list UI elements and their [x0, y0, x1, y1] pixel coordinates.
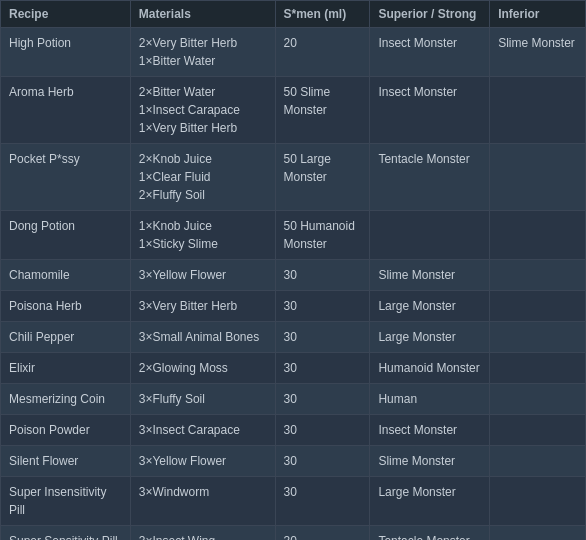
- cell-recipe: Chili Pepper: [1, 322, 131, 353]
- cell-superior: Slime Monster: [370, 446, 490, 477]
- cell-inferior: [490, 415, 586, 446]
- cell-materials: 3×Small Animal Bones: [130, 322, 275, 353]
- cell-semen: 50 Slime Monster: [275, 77, 370, 144]
- table-row: Poisona Herb3×Very Bitter Herb30Large Mo…: [1, 291, 586, 322]
- cell-materials: 3×Very Bitter Herb: [130, 291, 275, 322]
- cell-inferior: [490, 384, 586, 415]
- cell-semen: 30: [275, 384, 370, 415]
- cell-materials: 3×Fluffy Soil: [130, 384, 275, 415]
- cell-superior: Insect Monster: [370, 415, 490, 446]
- cell-semen: 30: [275, 477, 370, 526]
- cell-materials: 2×Knob Juice1×Clear Fluid2×Fluffy Soil: [130, 144, 275, 211]
- cell-inferior: [490, 144, 586, 211]
- cell-recipe: Super Insensitivity Pill: [1, 477, 131, 526]
- cell-superior: Human: [370, 384, 490, 415]
- table-row: High Potion2×Very Bitter Herb1×Bitter Wa…: [1, 28, 586, 77]
- cell-inferior: [490, 477, 586, 526]
- cell-recipe: Pocket P*ssy: [1, 144, 131, 211]
- cell-semen: 30: [275, 415, 370, 446]
- cell-recipe: Mesmerizing Coin: [1, 384, 131, 415]
- cell-semen: 30: [275, 322, 370, 353]
- table-row: Silent Flower3×Yellow Flower30Slime Mons…: [1, 446, 586, 477]
- cell-superior: [370, 211, 490, 260]
- cell-recipe: Silent Flower: [1, 446, 131, 477]
- cell-recipe: Super Sensitivity Pill: [1, 526, 131, 541]
- cell-materials: 2×Bitter Water1×Insect Carapace1×Very Bi…: [130, 77, 275, 144]
- cell-materials: 3×Yellow Flower: [130, 260, 275, 291]
- cell-superior: Large Monster: [370, 291, 490, 322]
- col-header-inferior: Inferior: [490, 1, 586, 28]
- col-header-s-men--ml-: S*men (ml): [275, 1, 370, 28]
- cell-recipe: Elixir: [1, 353, 131, 384]
- recipe-table: RecipeMaterialsS*men (ml)Superior / Stro…: [0, 0, 586, 540]
- table-row: Elixir2×Glowing Moss30Humanoid Monster: [1, 353, 586, 384]
- cell-semen: 30: [275, 260, 370, 291]
- cell-superior: Tentacle Monster: [370, 144, 490, 211]
- table-row: Dong Potion1×Knob Juice1×Sticky Slime50 …: [1, 211, 586, 260]
- cell-superior: Tentacle Monster: [370, 526, 490, 541]
- cell-superior: Insect Monster: [370, 28, 490, 77]
- cell-inferior: [490, 446, 586, 477]
- cell-materials: 2×Very Bitter Herb1×Bitter Water: [130, 28, 275, 77]
- col-header-superior---strong: Superior / Strong: [370, 1, 490, 28]
- cell-semen: 30: [275, 446, 370, 477]
- col-header-recipe: Recipe: [1, 1, 131, 28]
- table-row: Chamomile3×Yellow Flower30Slime Monster: [1, 260, 586, 291]
- cell-inferior: [490, 322, 586, 353]
- cell-semen: 50 Large Monster: [275, 144, 370, 211]
- cell-semen: 20: [275, 28, 370, 77]
- table-row: Mesmerizing Coin3×Fluffy Soil30Human: [1, 384, 586, 415]
- cell-materials: 1×Knob Juice1×Sticky Slime: [130, 211, 275, 260]
- table-row: Pocket P*ssy2×Knob Juice1×Clear Fluid2×F…: [1, 144, 586, 211]
- cell-semen: 30: [275, 291, 370, 322]
- cell-recipe: High Potion: [1, 28, 131, 77]
- cell-materials: 3×Insect Carapace: [130, 415, 275, 446]
- cell-inferior: Slime Monster: [490, 28, 586, 77]
- cell-inferior: [490, 77, 586, 144]
- cell-recipe: Poisona Herb: [1, 291, 131, 322]
- col-header-materials: Materials: [130, 1, 275, 28]
- cell-materials: 3×Windworm: [130, 477, 275, 526]
- cell-materials: 2×Glowing Moss: [130, 353, 275, 384]
- cell-superior: Insect Monster: [370, 77, 490, 144]
- cell-inferior: [490, 211, 586, 260]
- cell-superior: Slime Monster: [370, 260, 490, 291]
- cell-superior: Large Monster: [370, 322, 490, 353]
- cell-semen: 30: [275, 526, 370, 541]
- table-row: Super Sensitivity Pill3×Insect Wing30Ten…: [1, 526, 586, 541]
- cell-semen: 30: [275, 353, 370, 384]
- table-row: Poison Powder3×Insect Carapace30Insect M…: [1, 415, 586, 446]
- cell-semen: 50 Humanoid Monster: [275, 211, 370, 260]
- cell-superior: Large Monster: [370, 477, 490, 526]
- cell-inferior: [490, 353, 586, 384]
- cell-inferior: [490, 291, 586, 322]
- cell-recipe: Chamomile: [1, 260, 131, 291]
- table-row: Super Insensitivity Pill3×Windworm30Larg…: [1, 477, 586, 526]
- cell-superior: Humanoid Monster: [370, 353, 490, 384]
- cell-inferior: [490, 260, 586, 291]
- table-row: Aroma Herb2×Bitter Water1×Insect Carapac…: [1, 77, 586, 144]
- cell-materials: 3×Insect Wing: [130, 526, 275, 541]
- cell-materials: 3×Yellow Flower: [130, 446, 275, 477]
- cell-recipe: Aroma Herb: [1, 77, 131, 144]
- table-row: Chili Pepper3×Small Animal Bones30Large …: [1, 322, 586, 353]
- cell-recipe: Poison Powder: [1, 415, 131, 446]
- cell-recipe: Dong Potion: [1, 211, 131, 260]
- cell-inferior: [490, 526, 586, 541]
